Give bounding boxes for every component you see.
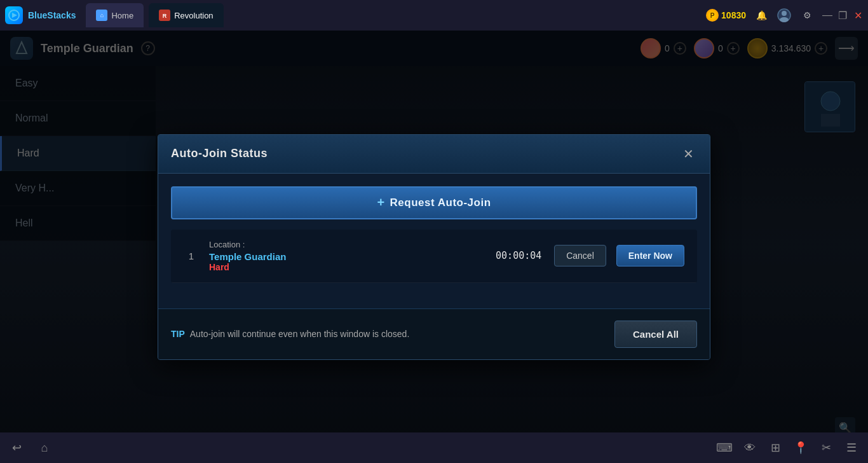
tip-label: TIP [171,329,185,339]
cancel-all-button[interactable]: Cancel All [614,321,697,348]
menu-icon[interactable]: ☰ [843,439,860,457]
auto-join-modal: Auto-Join Status ✕ + Request Auto-Join 1 [158,134,710,360]
settings-icon[interactable]: ⚙ [799,8,815,23]
revolution-tab-label: Revolution [174,11,213,20]
tools-icon[interactable]: ✂ [817,439,835,457]
coin-amount: 10830 [721,10,746,20]
queue-table: 1 Location : Temple Guardian Hard 00:00:… [171,230,697,283]
tip-content: Auto-join will continue even when this w… [190,329,410,339]
taskbar-back-icon[interactable]: ↩ [8,439,25,457]
modal-footer: TIP Auto-join will continue even when th… [158,308,710,359]
location-difficulty: Hard [209,262,483,272]
eye-icon[interactable]: 👁 [741,439,759,457]
modal-title: Auto-Join Status [171,147,268,160]
taskbar-right: ⌨ 👁 ⊞ 📍 ✂ ☰ [715,439,860,457]
revolution-tab-icon: R [159,10,170,21]
titlebar-right: P 10830 🔔 ⚙ — ❐ ✕ [706,8,863,23]
modal-header: Auto-Join Status ✕ [158,135,710,174]
request-btn-label: Request Auto-Join [390,197,491,209]
svg-text:R: R [163,13,167,19]
tab-home[interactable]: ⌂ Home [86,3,144,27]
modal-body: + Request Auto-Join 1 Location : Temple … [158,174,710,308]
close-button[interactable]: ✕ [853,10,863,20]
queue-timer: 00:00:04 [493,250,544,261]
keyboard-icon[interactable]: ⌨ [715,439,733,457]
queue-location: Location : Temple Guardian Hard [209,240,483,272]
taskbar-home-icon[interactable]: ⌂ [36,439,53,457]
queue-row: 1 Location : Temple Guardian Hard 00:00:… [171,230,697,283]
svg-point-5 [782,11,787,16]
window-controls: — ❐ ✕ [822,10,863,20]
bluestacks-brand: BlueStacks [28,10,76,20]
bluestacks-logo [5,6,23,24]
profile-icon[interactable] [776,8,792,23]
modal-close-button[interactable]: ✕ [679,145,697,163]
coins-display: P 10830 [706,9,746,22]
home-tab-label: Home [111,11,133,20]
modal-overlay: Auto-Join Status ✕ + Request Auto-Join 1 [0,31,868,463]
taskbar: ↩ ⌂ ⌨ 👁 ⊞ 📍 ✂ ☰ [0,432,868,463]
tip-message: TIP Auto-join will continue even when th… [171,329,409,339]
cancel-queue-button[interactable]: Cancel [554,245,606,266]
queue-number: 1 [184,251,199,261]
coin-icon: P [706,9,719,22]
request-auto-join-button[interactable]: + Request Auto-Join [171,186,697,219]
plus-icon: + [377,195,384,210]
svg-marker-1 [12,13,17,18]
minimize-button[interactable]: — [822,10,832,20]
tab-revolution[interactable]: R Revolution [149,3,223,27]
notification-icon[interactable]: 🔔 [754,8,769,23]
location-label: Location : [209,240,483,249]
restore-button[interactable]: ❐ [837,10,848,20]
location-icon[interactable]: 📍 [792,439,810,457]
enter-now-button[interactable]: Enter Now [616,245,684,266]
location-name: Temple Guardian [209,251,483,262]
svg-point-6 [780,17,789,22]
titlebar: BlueStacks ⌂ Home R Revolution P 10830 🔔… [0,0,868,31]
home-tab-icon: ⌂ [96,10,107,21]
layout-icon[interactable]: ⊞ [766,439,784,457]
game-area: Temple Guardian ? 0 + 0 + 3.134.630 + ⟶ … [0,31,868,463]
